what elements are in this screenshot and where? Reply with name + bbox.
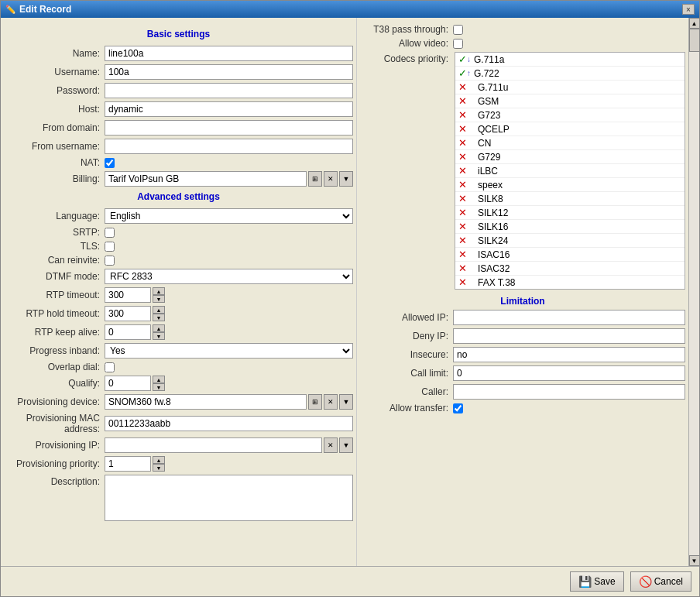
caller-row: Caller: <box>360 384 685 400</box>
nat-checkbox[interactable] <box>105 158 115 168</box>
allow-video-label: Allow video: <box>360 38 453 49</box>
rtp-hold-timeout-row: RTP hold timeout: ▲ ▼ <box>4 306 353 321</box>
insecure-label: Insecure: <box>360 349 453 360</box>
provisioning-device-dropdown-button[interactable]: ▼ <box>339 394 353 410</box>
deny-ip-input[interactable] <box>453 328 685 344</box>
rtp-keep-alive-down[interactable]: ▼ <box>153 332 165 340</box>
host-input[interactable] <box>105 101 353 117</box>
qualify-down[interactable]: ▼ <box>153 383 165 391</box>
call-limit-input[interactable] <box>453 365 685 381</box>
codec-row-g711a: ✓ ↓ G.711a <box>455 53 685 67</box>
username-input[interactable] <box>105 64 353 80</box>
save-icon: 💾 <box>578 575 592 588</box>
billing-clear-button[interactable]: ✕ <box>324 171 338 187</box>
provisioning-mac-input[interactable] <box>105 416 353 431</box>
provisioning-priority-up[interactable]: ▲ <box>153 456 165 464</box>
scroll-down-button[interactable]: ▼ <box>689 555 700 566</box>
scroll-up-button[interactable]: ▲ <box>689 18 700 29</box>
name-input[interactable] <box>105 46 353 61</box>
insecure-input[interactable] <box>453 347 685 362</box>
provisioning-device-clear-button[interactable]: ✕ <box>324 394 338 410</box>
codec-name-cn: CN <box>475 138 681 149</box>
limitation-title: Limitation <box>360 296 685 307</box>
title-bar: ✏️ Edit Record × <box>1 1 699 18</box>
allowed-ip-input[interactable] <box>453 310 685 325</box>
close-button[interactable]: × <box>682 4 695 15</box>
provisioning-priority-down[interactable]: ▼ <box>153 464 165 472</box>
from-username-input[interactable] <box>105 139 353 154</box>
allowed-ip-row: Allowed IP: <box>360 310 685 325</box>
provisioning-ip-label: Provisioning IP: <box>4 440 105 451</box>
provisioning-ip-dropdown-button[interactable]: ▼ <box>339 437 353 453</box>
provisioning-priority-spinner-btns: ▲ ▼ <box>153 456 165 472</box>
language-select[interactable]: English <box>105 208 353 224</box>
provisioning-mac-row: Provisioning MAC address: <box>4 413 353 434</box>
provisioning-ip-clear-button[interactable]: ✕ <box>324 437 338 453</box>
provisioning-ip-row: Provisioning IP: ✕ ▼ <box>4 437 353 453</box>
can-reinvite-checkbox[interactable] <box>105 256 115 266</box>
can-reinvite-label: Can reinvite: <box>4 255 105 266</box>
t38-passthrough-row: T38 pass through: <box>360 24 685 35</box>
password-input[interactable] <box>105 83 353 98</box>
billing-edit-button[interactable]: ⊞ <box>308 171 322 187</box>
t38-passthrough-checkbox[interactable] <box>453 25 463 35</box>
dtmf-mode-select[interactable]: RFC 2833 <box>105 269 353 284</box>
progress-inband-select[interactable]: Yes <box>105 343 353 359</box>
from-domain-input[interactable] <box>105 120 353 136</box>
rtp-keep-alive-up[interactable]: ▲ <box>153 324 165 332</box>
provisioning-priority-row: Provisioning priority: ▲ ▼ <box>4 456 353 472</box>
rtp-hold-timeout-up[interactable]: ▲ <box>153 306 165 314</box>
insecure-row: Insecure: <box>360 347 685 362</box>
rtp-timeout-up[interactable]: ▲ <box>153 287 165 295</box>
caller-label: Caller: <box>360 386 453 397</box>
from-domain-row: From domain: <box>4 120 353 136</box>
rtp-timeout-label: RTP timeout: <box>4 290 105 300</box>
rtp-hold-timeout-down[interactable]: ▼ <box>153 314 165 321</box>
rtp-timeout-down[interactable]: ▼ <box>153 295 165 303</box>
allowed-ip-label: Allowed IP: <box>360 312 453 323</box>
codec-row-g729: ✕ G729 <box>455 150 685 164</box>
rtp-hold-timeout-input[interactable] <box>105 306 151 321</box>
allow-video-row: Allow video: <box>360 38 685 49</box>
overlap-dial-checkbox[interactable] <box>105 362 115 372</box>
edit-record-window: ✏️ Edit Record × Basic settings Name: Us… <box>0 0 700 597</box>
allow-transfer-checkbox[interactable] <box>453 403 463 413</box>
allow-video-checkbox[interactable] <box>453 39 463 49</box>
username-row: Username: <box>4 64 353 80</box>
rtp-hold-timeout-spinner-btns: ▲ ▼ <box>153 306 165 321</box>
provisioning-device-input[interactable] <box>105 394 307 410</box>
caller-input[interactable] <box>453 384 685 400</box>
rtp-keep-alive-input[interactable] <box>105 324 151 340</box>
codec-name-silk16: SILK16 <box>475 221 681 232</box>
qualify-input[interactable] <box>105 376 151 391</box>
provisioning-ip-input[interactable] <box>105 437 322 453</box>
rtp-timeout-input[interactable] <box>105 287 151 303</box>
rtp-keep-alive-row: RTP keep alive: ▲ ▼ <box>4 324 353 340</box>
provisioning-priority-input[interactable] <box>105 456 151 472</box>
codec-row-silk24: ✕ SILK24 <box>455 234 685 248</box>
codec-disabled-icon-g729: ✕ <box>458 151 467 163</box>
cancel-button[interactable]: 🚫 Cancel <box>630 571 691 592</box>
codec-name-g723: G723 <box>475 110 681 121</box>
billing-input[interactable] <box>105 171 307 187</box>
codec-row-g711u: ✕ G.711u <box>455 81 685 94</box>
srtp-label: SRTP: <box>4 227 105 238</box>
provisioning-device-edit-button[interactable]: ⊞ <box>308 394 322 410</box>
codec-disabled-icon-speex: ✕ <box>458 179 467 190</box>
codec-name-g711a: G.711a <box>471 54 681 65</box>
tls-checkbox[interactable] <box>105 242 115 252</box>
save-button[interactable]: 💾 Save <box>570 571 623 592</box>
codec-row-qcelp: ✕ QCELP <box>455 122 685 136</box>
srtp-checkbox[interactable] <box>105 228 115 238</box>
scroll-thumb[interactable] <box>689 29 700 52</box>
qualify-up[interactable]: ▲ <box>153 376 165 383</box>
billing-dropdown-button[interactable]: ▼ <box>339 171 353 187</box>
qualify-label: Qualify: <box>4 378 105 389</box>
rtp-timeout-spinner-btns: ▲ ▼ <box>153 287 165 303</box>
description-textarea[interactable] <box>105 475 353 521</box>
codecs-container: ✓ ↓ G.711a ✓ ↑ G.722 ✕ G.711u <box>455 52 685 290</box>
password-label: Password: <box>4 85 105 96</box>
codec-disabled-icon-silk12: ✕ <box>458 207 467 218</box>
qualify-row: Qualify: ▲ ▼ <box>4 376 353 391</box>
footer: 💾 Save 🚫 Cancel <box>1 566 699 596</box>
